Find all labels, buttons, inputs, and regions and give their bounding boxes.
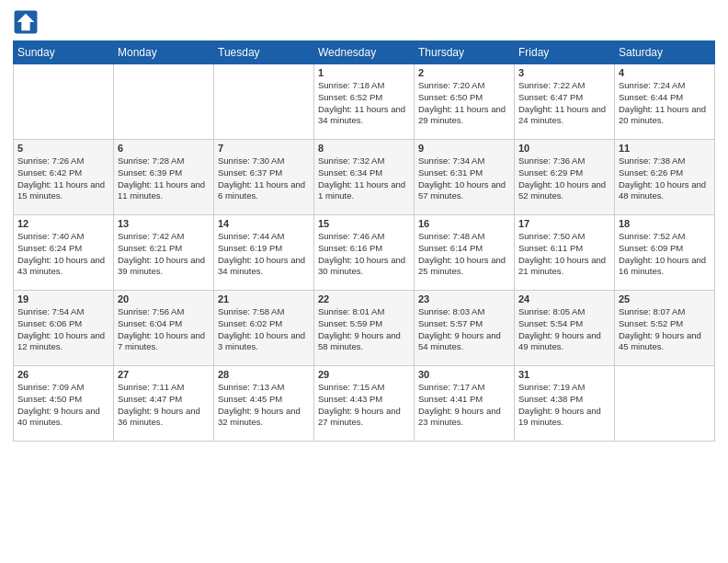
calendar-cell: 5Sunrise: 7:26 AMSunset: 6:42 PMDaylight… — [14, 140, 114, 215]
calendar-cell: 9Sunrise: 7:34 AMSunset: 6:31 PMDaylight… — [415, 140, 515, 215]
calendar-cell: 4Sunrise: 7:24 AMSunset: 6:44 PMDaylight… — [615, 64, 715, 140]
calendar-cell: 6Sunrise: 7:28 AMSunset: 6:39 PMDaylight… — [114, 140, 214, 215]
calendar-cell: 30Sunrise: 7:17 AMSunset: 4:41 PMDayligh… — [415, 366, 515, 442]
calendar-cell: 2Sunrise: 7:20 AMSunset: 6:50 PMDaylight… — [415, 64, 515, 140]
calendar-cell: 18Sunrise: 7:52 AMSunset: 6:09 PMDayligh… — [615, 215, 715, 291]
cell-info: Sunrise: 7:15 AMSunset: 4:43 PMDaylight:… — [318, 382, 410, 429]
cell-info: Sunrise: 7:19 AMSunset: 4:38 PMDaylight:… — [518, 382, 610, 429]
page: SundayMondayTuesdayWednesdayThursdayFrid… — [0, 0, 728, 563]
weekday-header-row: SundayMondayTuesdayWednesdayThursdayFrid… — [14, 41, 715, 64]
header — [13, 9, 715, 35]
calendar-cell: 3Sunrise: 7:22 AMSunset: 6:47 PMDaylight… — [515, 64, 615, 140]
week-row-2: 12Sunrise: 7:40 AMSunset: 6:24 PMDayligh… — [14, 215, 715, 291]
calendar-cell: 10Sunrise: 7:36 AMSunset: 6:29 PMDayligh… — [515, 140, 615, 215]
day-number: 7 — [218, 143, 310, 154]
calendar-cell: 1Sunrise: 7:18 AMSunset: 6:52 PMDaylight… — [314, 64, 415, 140]
calendar-cell: 15Sunrise: 7:46 AMSunset: 6:16 PMDayligh… — [314, 215, 415, 291]
logo-icon — [13, 9, 39, 35]
day-number: 20 — [118, 293, 210, 304]
day-number: 16 — [418, 218, 510, 229]
cell-info: Sunrise: 8:07 AMSunset: 5:52 PMDaylight:… — [619, 306, 711, 353]
day-number: 21 — [218, 293, 310, 304]
cell-info: Sunrise: 7:46 AMSunset: 6:16 PMDaylight:… — [318, 231, 410, 278]
calendar-cell: 8Sunrise: 7:32 AMSunset: 6:34 PMDaylight… — [314, 140, 415, 215]
cell-info: Sunrise: 7:24 AMSunset: 6:44 PMDaylight:… — [619, 80, 711, 127]
calendar-cell: 27Sunrise: 7:11 AMSunset: 4:47 PMDayligh… — [114, 366, 214, 442]
day-number: 8 — [318, 143, 410, 154]
day-number: 29 — [318, 369, 410, 380]
weekday-header-wednesday: Wednesday — [314, 41, 415, 64]
day-number: 6 — [118, 143, 210, 154]
cell-info: Sunrise: 8:05 AMSunset: 5:54 PMDaylight:… — [518, 306, 610, 353]
cell-info: Sunrise: 7:38 AMSunset: 6:26 PMDaylight:… — [619, 155, 711, 202]
day-number: 5 — [17, 143, 109, 154]
weekday-header-thursday: Thursday — [415, 41, 515, 64]
cell-info: Sunrise: 7:09 AMSunset: 4:50 PMDaylight:… — [17, 382, 109, 429]
day-number: 9 — [418, 143, 510, 154]
day-number: 19 — [17, 293, 109, 304]
calendar-cell: 16Sunrise: 7:48 AMSunset: 6:14 PMDayligh… — [415, 215, 515, 291]
weekday-header-saturday: Saturday — [615, 41, 715, 64]
cell-info: Sunrise: 7:54 AMSunset: 6:06 PMDaylight:… — [17, 306, 109, 353]
cell-info: Sunrise: 7:32 AMSunset: 6:34 PMDaylight:… — [318, 155, 410, 202]
cell-info: Sunrise: 7:18 AMSunset: 6:52 PMDaylight:… — [318, 80, 410, 127]
weekday-header-friday: Friday — [515, 41, 615, 64]
day-number: 13 — [118, 218, 210, 229]
cell-info: Sunrise: 8:03 AMSunset: 5:57 PMDaylight:… — [418, 306, 510, 353]
calendar-cell: 7Sunrise: 7:30 AMSunset: 6:37 PMDaylight… — [214, 140, 314, 215]
cell-info: Sunrise: 7:40 AMSunset: 6:24 PMDaylight:… — [17, 231, 109, 278]
calendar-cell: 13Sunrise: 7:42 AMSunset: 6:21 PMDayligh… — [114, 215, 214, 291]
cell-info: Sunrise: 7:58 AMSunset: 6:02 PMDaylight:… — [218, 306, 310, 353]
day-number: 26 — [17, 369, 109, 380]
day-number: 31 — [518, 369, 610, 380]
cell-info: Sunrise: 7:44 AMSunset: 6:19 PMDaylight:… — [218, 231, 310, 278]
cell-info: Sunrise: 7:56 AMSunset: 6:04 PMDaylight:… — [118, 306, 210, 353]
weekday-header-tuesday: Tuesday — [214, 41, 314, 64]
calendar-cell: 17Sunrise: 7:50 AMSunset: 6:11 PMDayligh… — [515, 215, 615, 291]
day-number: 1 — [318, 67, 410, 78]
week-row-1: 5Sunrise: 7:26 AMSunset: 6:42 PMDaylight… — [14, 140, 715, 215]
cell-info: Sunrise: 7:22 AMSunset: 6:47 PMDaylight:… — [518, 80, 610, 127]
calendar-cell: 19Sunrise: 7:54 AMSunset: 6:06 PMDayligh… — [14, 291, 114, 366]
cell-info: Sunrise: 7:50 AMSunset: 6:11 PMDaylight:… — [518, 231, 610, 278]
cell-info: Sunrise: 7:28 AMSunset: 6:39 PMDaylight:… — [118, 155, 210, 202]
calendar-cell: 14Sunrise: 7:44 AMSunset: 6:19 PMDayligh… — [214, 215, 314, 291]
weekday-header-sunday: Sunday — [14, 41, 114, 64]
calendar-cell — [114, 64, 214, 140]
calendar-cell — [615, 366, 715, 442]
day-number: 4 — [619, 67, 711, 78]
day-number: 28 — [218, 369, 310, 380]
calendar-cell: 25Sunrise: 8:07 AMSunset: 5:52 PMDayligh… — [615, 291, 715, 366]
day-number: 11 — [619, 143, 711, 154]
calendar-cell: 29Sunrise: 7:15 AMSunset: 4:43 PMDayligh… — [314, 366, 415, 442]
calendar-cell: 20Sunrise: 7:56 AMSunset: 6:04 PMDayligh… — [114, 291, 214, 366]
weekday-header-monday: Monday — [114, 41, 214, 64]
day-number: 23 — [418, 293, 510, 304]
calendar-cell: 11Sunrise: 7:38 AMSunset: 6:26 PMDayligh… — [615, 140, 715, 215]
day-number: 27 — [118, 369, 210, 380]
day-number: 15 — [318, 218, 410, 229]
calendar-cell: 28Sunrise: 7:13 AMSunset: 4:45 PMDayligh… — [214, 366, 314, 442]
cell-info: Sunrise: 7:34 AMSunset: 6:31 PMDaylight:… — [418, 155, 510, 202]
cell-info: Sunrise: 7:11 AMSunset: 4:47 PMDaylight:… — [118, 382, 210, 429]
calendar-cell: 23Sunrise: 8:03 AMSunset: 5:57 PMDayligh… — [415, 291, 515, 366]
calendar-cell: 12Sunrise: 7:40 AMSunset: 6:24 PMDayligh… — [14, 215, 114, 291]
calendar-cell — [14, 64, 114, 140]
cell-info: Sunrise: 7:20 AMSunset: 6:50 PMDaylight:… — [418, 80, 510, 127]
day-number: 3 — [518, 67, 610, 78]
cell-info: Sunrise: 7:42 AMSunset: 6:21 PMDaylight:… — [118, 231, 210, 278]
calendar-table: SundayMondayTuesdayWednesdayThursdayFrid… — [13, 40, 715, 442]
day-number: 25 — [619, 293, 711, 304]
day-number: 12 — [17, 218, 109, 229]
logo — [13, 9, 42, 35]
calendar-cell: 21Sunrise: 7:58 AMSunset: 6:02 PMDayligh… — [214, 291, 314, 366]
cell-info: Sunrise: 7:48 AMSunset: 6:14 PMDaylight:… — [418, 231, 510, 278]
week-row-4: 26Sunrise: 7:09 AMSunset: 4:50 PMDayligh… — [14, 366, 715, 442]
day-number: 2 — [418, 67, 510, 78]
week-row-0: 1Sunrise: 7:18 AMSunset: 6:52 PMDaylight… — [14, 64, 715, 140]
cell-info: Sunrise: 7:36 AMSunset: 6:29 PMDaylight:… — [518, 155, 610, 202]
day-number: 24 — [518, 293, 610, 304]
calendar-cell: 22Sunrise: 8:01 AMSunset: 5:59 PMDayligh… — [314, 291, 415, 366]
cell-info: Sunrise: 7:26 AMSunset: 6:42 PMDaylight:… — [17, 155, 109, 202]
cell-info: Sunrise: 8:01 AMSunset: 5:59 PMDaylight:… — [318, 306, 410, 353]
